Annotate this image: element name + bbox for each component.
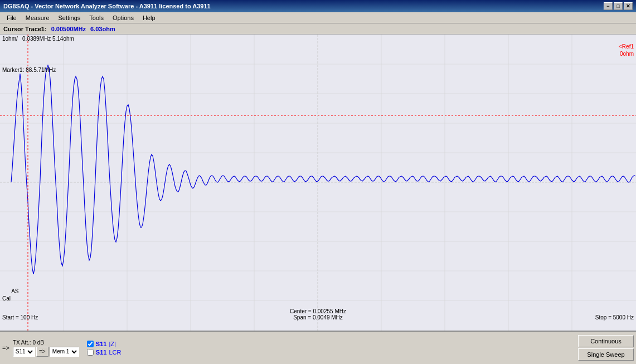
trace2-s11-label: S11	[96, 349, 107, 356]
stop-freq-label: Stop = 5000 Hz	[595, 314, 634, 321]
title-bar: DG8SAQ - Vector Network Analyzer Softwar…	[0, 0, 636, 12]
trace1-s11-label: S11	[96, 341, 107, 347]
trace-controls: S11 |Z| S11 LCR	[87, 341, 122, 356]
mem-select[interactable]: Mem 1	[50, 347, 79, 357]
chart-svg	[0, 35, 636, 331]
menu-file[interactable]: File	[2, 13, 21, 22]
s11-arrow-button[interactable]: =>	[36, 347, 48, 357]
trace2-checkbox[interactable]	[87, 349, 94, 356]
continuous-button[interactable]: Continuous	[578, 335, 634, 347]
single-sweep-button[interactable]: Single Sweep	[578, 348, 634, 361]
trace1-iz-label: |Z|	[109, 341, 115, 347]
main-area: 1ohm/ 0.0389MHz 5.14ohm Marker1: 88.5.71…	[0, 35, 636, 331]
chart-container[interactable]: 1ohm/ 0.0389MHz 5.14ohm Marker1: 88.5.71…	[0, 35, 636, 331]
bottom-area: => TX Att.: 0 dB S11 => Mem 1 S11 |Z| S1…	[0, 331, 636, 364]
menu-tools[interactable]: Tools	[85, 13, 108, 22]
s11-select[interactable]: S11	[13, 347, 35, 357]
close-button[interactable]: ✕	[624, 2, 633, 10]
start-freq-label: Start = 100 Hz	[2, 314, 38, 321]
menu-measure[interactable]: Measure	[21, 13, 54, 22]
trace2-row: S11 LCR	[87, 349, 122, 356]
menu-help[interactable]: Help	[138, 13, 160, 22]
trace1-checkbox[interactable]	[87, 341, 94, 347]
menu-options[interactable]: Options	[108, 13, 138, 22]
tx-att-label: TX Att.: 0 dB	[13, 339, 77, 346]
minimize-button[interactable]: −	[604, 2, 613, 10]
tx-att-area: TX Att.: 0 dB S11 => Mem 1	[13, 339, 79, 357]
trace1-row: S11 |Z|	[87, 341, 122, 347]
trace2-lcr-label: LCR	[109, 349, 121, 356]
sweep-buttons: Continuous Single Sweep	[578, 335, 634, 361]
menu-settings[interactable]: Settings	[54, 13, 85, 22]
cursor-freq: 0.00500MHz	[51, 26, 86, 32]
title-bar-controls: − □ ✕	[604, 2, 633, 10]
arrow-indicator: =>	[2, 344, 9, 351]
cursor-label: Cursor Trace1:	[3, 26, 47, 32]
cursor-value: 6.03ohm	[90, 26, 115, 32]
center-freq-label: Center = 0.00255 MHz Span = 0.0049 MHz	[290, 308, 346, 321]
menu-bar: File Measure Settings Tools Options Help	[0, 12, 636, 23]
maximize-button[interactable]: □	[614, 2, 623, 10]
cursor-bar: Cursor Trace1: 0.00500MHz 6.03ohm	[0, 23, 636, 35]
title-bar-title: DG8SAQ - Vector Network Analyzer Softwar…	[3, 3, 211, 9]
